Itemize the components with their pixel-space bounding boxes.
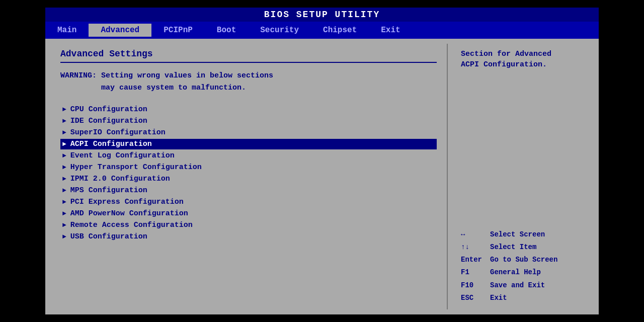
list-item-label: Remote Access Configuration [70, 221, 193, 229]
list-item-ipmi[interactable]: ► IPMI 2.0 Configuration [60, 174, 437, 184]
list-item-label: IDE Configuration [70, 117, 147, 125]
list-item-label: MPS Configuration [70, 186, 147, 195]
key-code: F10 [461, 279, 486, 292]
settings-list: ► CPU Configuration ► IDE Configuration … [60, 104, 437, 242]
divider [60, 62, 437, 63]
list-item-mps[interactable]: ► MPS Configuration [60, 185, 437, 196]
key-code: ↑↓ [461, 241, 486, 254]
key-desc: Select Screen [490, 228, 545, 241]
key-row-esc: ESC Exit [461, 292, 586, 304]
list-item-label: AMD PowerNow Configuration [70, 209, 188, 218]
key-desc: Go to Sub Screen [490, 254, 557, 266]
list-item-cpu[interactable]: ► CPU Configuration [60, 104, 437, 115]
menu-item-pcipnp[interactable]: PCIPnP [151, 24, 205, 37]
key-code: ↔ [461, 228, 486, 241]
key-row-f1: F1 General Help [461, 266, 586, 279]
arrow-icon: ► [62, 198, 66, 206]
arrow-icon: ► [62, 210, 66, 217]
warning-text: WARNING: Setting wrong values in below s… [60, 70, 437, 94]
arrow-icon: ► [62, 117, 66, 125]
panel-heading: Advanced Settings [60, 49, 437, 59]
key-desc: Save and Exit [490, 279, 545, 292]
key-desc: General Help [490, 266, 541, 279]
list-item-label: IPMI 2.0 Configuration [70, 175, 170, 183]
list-item-pciexpress[interactable]: ► PCI Express Configuration [60, 197, 437, 207]
key-code: Enter [461, 254, 486, 266]
arrow-icon: ► [62, 152, 66, 159]
list-item-amdpowernow[interactable]: ► AMD PowerNow Configuration [60, 208, 437, 219]
key-desc: Select Item [490, 241, 536, 254]
list-item-label: SuperIO Configuration [70, 128, 166, 137]
menu-bar: Main Advanced PCIPnP Boot Security Chips… [45, 22, 599, 39]
arrow-icon: ► [62, 164, 66, 171]
content-area: Advanced Settings WARNING: Setting wrong… [45, 39, 599, 314]
menu-item-advanced[interactable]: Advanced [89, 24, 151, 37]
list-item-superio[interactable]: ► SuperIO Configuration [60, 127, 437, 138]
key-help: ↔ Select Screen ↑↓ Select Item Enter Go … [461, 228, 586, 304]
menu-item-chipset[interactable]: Chipset [311, 24, 369, 37]
arrow-icon: ► [62, 175, 66, 183]
list-item-label: USB Configuration [70, 232, 147, 241]
left-panel: Advanced Settings WARNING: Setting wrong… [50, 44, 448, 309]
menu-item-main[interactable]: Main [45, 24, 89, 37]
key-desc: Exit [490, 292, 507, 304]
key-row-screen: ↔ Select Screen [461, 228, 586, 241]
key-code: F1 [461, 266, 486, 279]
list-item-label: ACPI Configuration [70, 140, 152, 148]
list-item-label: Hyper Transport Configuration [70, 163, 202, 172]
list-item-hypertransport[interactable]: ► Hyper Transport Configuration [60, 162, 437, 173]
key-code: ESC [461, 292, 486, 304]
list-item-usb[interactable]: ► USB Configuration [60, 231, 437, 242]
arrow-icon: ► [62, 221, 66, 229]
menu-item-exit[interactable]: Exit [369, 24, 412, 37]
key-row-item: ↑↓ Select Item [461, 241, 586, 254]
arrow-icon: ► [62, 233, 66, 240]
bios-title: BIOS SETUP UTILITY [45, 8, 599, 22]
arrow-icon: ► [62, 140, 66, 148]
list-item-remoteaccess[interactable]: ► Remote Access Configuration [60, 220, 437, 230]
key-row-enter: Enter Go to Sub Screen [461, 254, 586, 266]
key-row-f10: F10 Save and Exit [461, 279, 586, 292]
section-description: Section for Advanced ACPI Configuration. [461, 49, 586, 70]
list-item-eventlog[interactable]: ► Event Log Configuration [60, 150, 437, 161]
list-item-label: CPU Configuration [70, 105, 147, 114]
list-item-ide[interactable]: ► IDE Configuration [60, 116, 437, 126]
list-item-label: Event Log Configuration [70, 151, 175, 160]
menu-item-boot[interactable]: Boot [205, 24, 248, 37]
menu-item-security[interactable]: Security [248, 24, 311, 37]
list-item-acpi[interactable]: ► ACPI Configuration [60, 139, 437, 149]
list-item-label: PCI Express Configuration [70, 198, 184, 206]
arrow-icon: ► [62, 106, 66, 113]
right-panel: Section for Advanced ACPI Configuration.… [453, 44, 594, 309]
arrow-icon: ► [62, 129, 66, 136]
arrow-icon: ► [62, 187, 66, 194]
